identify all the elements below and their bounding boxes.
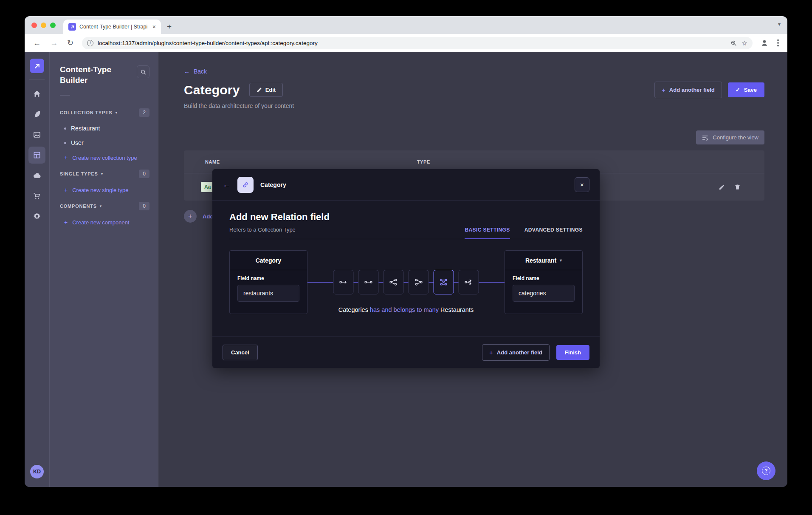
user-avatar[interactable]: KD: [30, 465, 44, 478]
tab-title: Content-Type Builder | Strapi: [79, 24, 148, 30]
address-bar[interactable]: i localhost:1337/admin/plugins/content-t…: [82, 37, 753, 49]
nav-marketplace-icon[interactable]: [28, 187, 45, 204]
zoom-page-icon[interactable]: [730, 40, 737, 47]
check-icon: ✓: [736, 87, 740, 93]
settings-lines-icon: [702, 135, 709, 141]
page-subtitle: Build the data architecture of your cont…: [184, 102, 764, 109]
section-label: COMPONENTS: [60, 204, 97, 209]
back-arrow-icon: ←: [184, 68, 190, 75]
target-field-name-input[interactable]: [513, 285, 575, 302]
source-field-name-input[interactable]: [237, 285, 299, 302]
screenshot-root: Content-Type Builder | Strapi × + ▾ ← → …: [0, 0, 812, 515]
nav-settings-gear-icon[interactable]: [28, 208, 45, 225]
profile-icon[interactable]: [758, 39, 771, 47]
nav-content-type-builder-icon[interactable]: [28, 147, 45, 164]
target-card-dropdown[interactable]: Restaurant ▾: [505, 251, 582, 270]
zoom-window-button[interactable]: [50, 23, 56, 28]
modal-breadcrumb: Category: [260, 181, 286, 188]
bullet-icon: [64, 142, 66, 144]
create-component-link[interactable]: + Create new component: [50, 215, 158, 230]
create-single-type-link[interactable]: + Create new single type: [50, 182, 158, 198]
source-card: Category Field name: [229, 250, 307, 314]
configure-row: Configure the view: [184, 130, 764, 144]
new-tab-button[interactable]: +: [161, 22, 172, 34]
sidebar-item-label: Restaurant: [71, 125, 100, 132]
configure-view-button[interactable]: Configure the view: [696, 130, 764, 144]
section-single-types[interactable]: SINGLE TYPES ▾ 0: [50, 165, 158, 182]
plus-icon: +: [662, 86, 665, 93]
save-label: Save: [744, 87, 757, 93]
tab-search-caret-icon[interactable]: ▾: [778, 21, 781, 27]
column-header-type: TYPE: [417, 159, 430, 164]
delete-row-trash-icon[interactable]: [734, 184, 741, 190]
section-collection-types[interactable]: COLLECTION TYPES ▾ 2: [50, 104, 158, 121]
relation-many-to-one-icon[interactable]: [409, 270, 429, 294]
add-field-label: Add another field: [669, 87, 715, 93]
forward-nav-icon[interactable]: →: [47, 39, 61, 48]
add-field-plus-button[interactable]: +: [184, 210, 197, 223]
relation-one-to-one-icon[interactable]: [358, 270, 379, 294]
tab-basic-settings[interactable]: BASIC SETTINGS: [465, 227, 510, 239]
nav-content-manager-icon[interactable]: [28, 106, 45, 123]
modal-back-arrow-icon[interactable]: ←: [223, 180, 231, 190]
window-controls: [25, 16, 63, 34]
create-collection-type-link[interactable]: + Create new collection type: [50, 150, 158, 165]
caption-source: Categories: [338, 306, 368, 313]
relation-many-way-icon[interactable]: [459, 270, 479, 294]
edit-button[interactable]: Edit: [249, 83, 283, 97]
plus-icon: +: [64, 187, 68, 193]
relation-link-icon: [237, 177, 254, 193]
add-another-field-button[interactable]: + Add another field: [654, 82, 722, 98]
row-actions: [719, 184, 741, 190]
reload-icon[interactable]: ↻: [64, 38, 77, 48]
browser-menu-icon[interactable]: [774, 39, 782, 47]
browser-toolbar: ← → ↻ i localhost:1337/admin/plugins/con…: [25, 34, 787, 52]
back-nav-icon[interactable]: ←: [30, 39, 44, 48]
browser-tab[interactable]: Content-Type Builder | Strapi ×: [63, 20, 161, 34]
modal-add-field-label: Add another field: [497, 349, 542, 356]
bookmark-star-icon[interactable]: ☆: [742, 39, 747, 47]
source-card-title: Category: [230, 251, 307, 270]
edit-row-pencil-icon[interactable]: [719, 184, 725, 190]
search-button[interactable]: [137, 65, 149, 78]
sidebar-item-user[interactable]: User: [50, 136, 158, 150]
relation-one-way-icon[interactable]: [333, 270, 354, 294]
nav-home-icon[interactable]: [28, 85, 45, 102]
minimize-window-button[interactable]: [41, 23, 46, 28]
close-icon[interactable]: ×: [575, 177, 589, 192]
modal-subtitle: Refers to a Collection Type: [229, 226, 330, 233]
configure-view-label: Configure the view: [713, 134, 758, 141]
chevron-down-icon: ▾: [100, 204, 102, 208]
tab-close-icon[interactable]: ×: [152, 23, 157, 31]
source-field-label: Field name: [237, 275, 299, 281]
close-window-button[interactable]: [31, 23, 37, 28]
nav-deploy-icon[interactable]: [28, 167, 45, 184]
plus-icon: +: [64, 219, 68, 226]
strapi-logo-icon[interactable]: [30, 59, 44, 73]
create-link-label: Create new component: [72, 219, 129, 226]
relation-type-buttons: [333, 270, 479, 294]
nav-media-library-icon[interactable]: [28, 126, 45, 143]
cancel-button[interactable]: Cancel: [223, 345, 258, 360]
relation-many-to-many-icon[interactable]: [434, 270, 454, 294]
panel-divider: [60, 95, 70, 96]
modal-title: Add new Relation field: [229, 212, 330, 223]
bullet-icon: [64, 127, 66, 130]
url-text[interactable]: localhost:1337/admin/plugins/content-typ…: [98, 40, 726, 46]
chevron-down-icon: ▾: [101, 172, 103, 176]
save-button[interactable]: ✓ Save: [728, 82, 764, 97]
finish-button[interactable]: Finish: [556, 345, 589, 360]
relation-connector: Categories has and belongs to many Resta…: [307, 250, 505, 314]
section-components[interactable]: COMPONENTS ▾ 0: [50, 198, 158, 215]
help-button[interactable]: ?: [757, 461, 775, 480]
relation-one-to-many-icon[interactable]: [383, 270, 404, 294]
back-link[interactable]: ← Back: [184, 68, 207, 75]
site-info-icon[interactable]: i: [87, 40, 93, 46]
strapi-admin-app: KD Content-Type Builder COLLECTION TYPES…: [25, 52, 787, 487]
target-card-title: Restaurant: [525, 257, 556, 264]
sidebar-item-restaurant[interactable]: Restaurant: [50, 121, 158, 136]
tab-advanced-settings[interactable]: ADVANCED SETTINGS: [524, 227, 583, 239]
sidebar-item-label: User: [71, 139, 84, 146]
chevron-down-icon: ▾: [115, 110, 117, 115]
modal-add-another-field-button[interactable]: + Add another field: [482, 344, 550, 361]
